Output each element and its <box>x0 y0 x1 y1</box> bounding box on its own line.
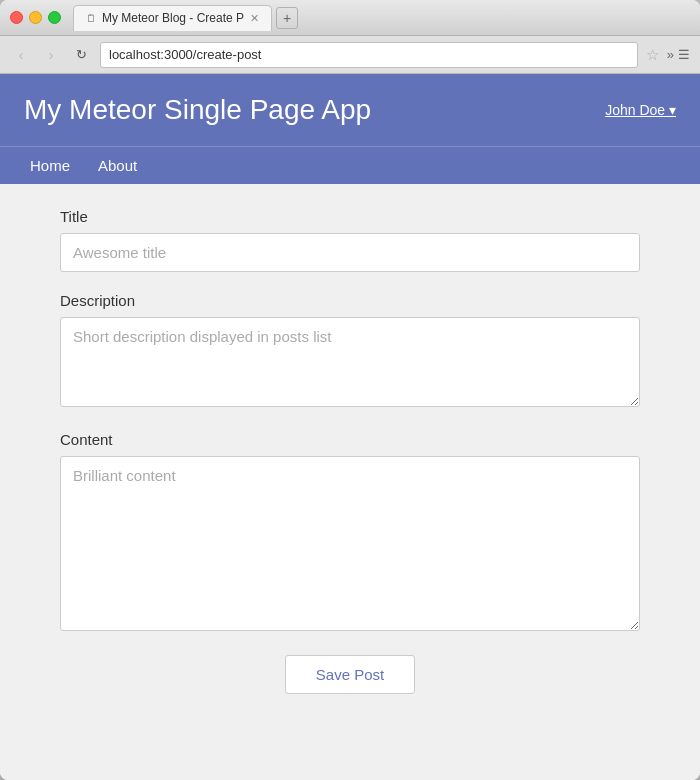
browser-tab[interactable]: 🗒 My Meteor Blog - Create P ✕ <box>73 5 272 31</box>
title-group: Title <box>60 208 640 272</box>
bookmark-icon[interactable]: ☆ <box>646 46 659 64</box>
minimize-traffic-light[interactable] <box>29 11 42 24</box>
app-content: My Meteor Single Page App John Doe ▾ Hom… <box>0 74 700 780</box>
new-tab-button[interactable]: + <box>276 7 298 29</box>
tab-page-icon: 🗒 <box>86 13 96 24</box>
back-button[interactable]: ‹ <box>10 44 32 66</box>
extensions-area: » ☰ <box>667 47 690 62</box>
app-title: My Meteor Single Page App <box>24 94 371 126</box>
title-label: Title <box>60 208 640 225</box>
menu-button[interactable]: ☰ <box>678 47 690 62</box>
traffic-lights <box>10 11 61 24</box>
save-post-button[interactable]: Save Post <box>285 655 415 694</box>
nav-home[interactable]: Home <box>16 147 84 184</box>
url-text: localhost:3000/create-post <box>109 47 261 62</box>
description-input[interactable] <box>60 317 640 407</box>
address-bar: ‹ › ↻ localhost:3000/create-post ☆ » ☰ <box>0 36 700 74</box>
tab-close-icon[interactable]: ✕ <box>250 12 259 25</box>
description-label: Description <box>60 292 640 309</box>
app-nav: Home About <box>0 146 700 184</box>
content-label: Content <box>60 431 640 448</box>
title-bar: 🗒 My Meteor Blog - Create P ✕ + <box>0 0 700 36</box>
close-traffic-light[interactable] <box>10 11 23 24</box>
form-area: Title Description Content Save Post <box>0 184 700 718</box>
maximize-traffic-light[interactable] <box>48 11 61 24</box>
tab-area: 🗒 My Meteor Blog - Create P ✕ + <box>73 5 690 31</box>
save-btn-container: Save Post <box>60 655 640 694</box>
user-menu[interactable]: John Doe ▾ <box>605 102 676 118</box>
refresh-button[interactable]: ↻ <box>70 44 92 66</box>
content-group: Content <box>60 431 640 635</box>
nav-links: Home About <box>16 147 684 184</box>
tab-title: My Meteor Blog - Create P <box>102 11 244 25</box>
nav-about[interactable]: About <box>84 147 151 184</box>
browser-window: 🗒 My Meteor Blog - Create P ✕ + ‹ › ↻ lo… <box>0 0 700 780</box>
extensions-button[interactable]: » <box>667 47 674 62</box>
content-input[interactable] <box>60 456 640 631</box>
forward-button[interactable]: › <box>40 44 62 66</box>
url-field[interactable]: localhost:3000/create-post <box>100 42 638 68</box>
description-group: Description <box>60 292 640 411</box>
title-input[interactable] <box>60 233 640 272</box>
app-header: My Meteor Single Page App John Doe ▾ <box>0 74 700 146</box>
